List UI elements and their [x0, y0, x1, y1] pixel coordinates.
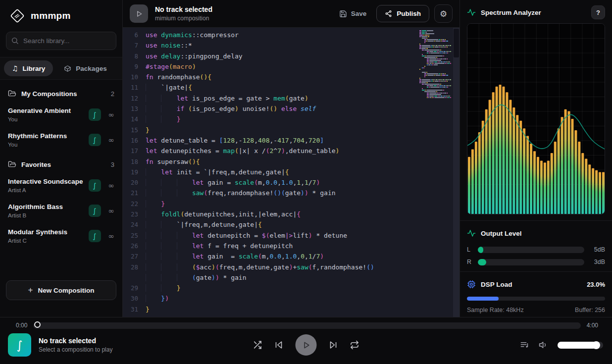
search-input[interactable]: [6, 32, 116, 50]
tab-library[interactable]: ♫Library: [4, 60, 53, 76]
publish-button[interactable]: Publish: [376, 5, 429, 22]
previous-button[interactable]: [274, 340, 284, 350]
code-line[interactable]: 16let detune_table = [128,-128,408,-417,…: [123, 135, 448, 146]
seek-knob[interactable]: [34, 321, 41, 328]
volume-knob[interactable]: [592, 341, 600, 349]
minimap-segment: [446, 61, 447, 62]
code-line[interactable]: 6use dynamics::compressor: [123, 30, 448, 40]
next-button[interactable]: [329, 340, 338, 350]
line-number: 26: [123, 241, 146, 251]
code-line[interactable]: 17let detunepitches = map(|x| x /(2^7),d…: [123, 146, 448, 156]
code-line[interactable]: 8use delay::pingpong_delay: [123, 51, 448, 61]
minimap-segment: [444, 81, 445, 82]
line-number: 32: [123, 314, 146, 317]
save-button[interactable]: Save: [334, 6, 372, 22]
header-play-button[interactable]: [130, 4, 148, 23]
scrollbar-thumb[interactable]: [454, 29, 459, 57]
repeat-button[interactable]: [350, 340, 359, 350]
minimap[interactable]: [419, 30, 452, 99]
output-level-section: Output Level L5dBR3dB: [460, 221, 612, 271]
code-line[interactable]: 32: [123, 314, 448, 317]
line-number: 23: [123, 209, 146, 219]
settings-button[interactable]: ⚙: [434, 4, 453, 23]
help-button[interactable]: ?: [591, 5, 605, 19]
code-line[interactable]: 23 foldl(detunepitches,init,|elem,acc|{: [123, 209, 448, 219]
code-editor[interactable]: 6use dynamics::compressor7use noise::*8u…: [123, 28, 459, 317]
list-item[interactable]: Rhythmic PatternsYou∫∞: [0, 127, 122, 153]
minimap-segment: [442, 39, 444, 40]
indent-guide: [146, 189, 161, 197]
code-line[interactable]: 27 let gain = scale(m,0.0,1.0,0,1/7): [123, 251, 448, 261]
spectrum-bar: [558, 128, 560, 214]
code-line[interactable]: 29 }: [123, 283, 448, 293]
queue-button[interactable]: [520, 340, 529, 350]
line-number: 17: [123, 146, 146, 156]
code-line[interactable]: 12 let is_pos_edge = gate > mem(gate): [123, 93, 448, 104]
minimap-segment: [424, 84, 440, 85]
code-line[interactable]: 14 }: [123, 114, 448, 124]
code-text: }: [146, 125, 448, 135]
tab-packages[interactable]: Packages: [56, 61, 114, 76]
code-line[interactable]: 25 let detunepitch = $(elem|>lift) * det…: [123, 230, 448, 241]
code-text: let detune_table = [128,-128,408,-417,70…: [146, 135, 448, 146]
list-item[interactable]: Generative AmbientYou∫∞: [0, 102, 122, 127]
minimap-segment: [423, 35, 424, 36]
spectrum-bar: [595, 170, 598, 214]
meter-row-l: L5dB: [467, 246, 605, 253]
code-line[interactable]: 31}: [123, 304, 448, 314]
code-line[interactable]: 15}: [123, 125, 448, 135]
dsp-load-value: 23.0%: [587, 281, 605, 288]
minimap-segment: [425, 33, 434, 34]
seek-track[interactable]: [33, 322, 580, 329]
volume-button[interactable]: [539, 340, 548, 350]
section-header: My Compositions2: [0, 82, 122, 102]
minimap-segment: [445, 63, 446, 64]
spectrum-bar: [540, 161, 543, 214]
section-header: Favorites3: [0, 153, 122, 173]
code-line[interactable]: 20 let gain = scale(m,0.0,1.0,1,1/7): [123, 177, 448, 188]
minimap-segment: [446, 79, 448, 80]
list-item[interactable]: Modular SynthesisArtist C∫∞: [0, 223, 122, 249]
list-item[interactable]: Algorithmic BassArtist B∫∞: [0, 198, 122, 223]
minimap-segment: [433, 81, 434, 82]
timeline: 0:00 4:00: [0, 317, 612, 330]
play-button[interactable]: [296, 334, 317, 356]
shuffle-button[interactable]: [253, 340, 262, 350]
minimap-segment: [426, 82, 428, 83]
minimap-segment: [441, 75, 442, 76]
code-line[interactable]: 22 }: [123, 199, 448, 209]
code-line[interactable]: (gate)) * gain: [123, 272, 448, 283]
minimap-segment: [429, 51, 433, 52]
code-line[interactable]: 9#stage(macro): [123, 61, 448, 72]
minimap-segment: [432, 45, 434, 46]
code-line[interactable]: 13 if (is_pos_edge) unoise!() else self: [123, 104, 448, 114]
code-line[interactable]: 18fn supersaw(){: [123, 156, 448, 167]
minimap-segment: [422, 81, 431, 82]
editor-scrollbar[interactable]: [453, 28, 459, 317]
code-line[interactable]: 10fn randomphase(){: [123, 72, 448, 82]
code-line[interactable]: 28 ($acc)(freq,m,detune,gate)+saw(f,rand…: [123, 262, 448, 272]
play-icon: [135, 10, 143, 18]
minimap-segment: [450, 63, 451, 64]
code-line[interactable]: 26 let f = freq + detunepitch: [123, 241, 448, 251]
line-number: 7: [123, 40, 146, 51]
volume-slider[interactable]: [558, 342, 603, 349]
code-area[interactable]: 6use dynamics::compressor7use noise::*8u…: [123, 28, 448, 317]
code-line[interactable]: 24 `|freq,m,detune,gate|{: [123, 219, 448, 230]
minimap-segment: [434, 85, 437, 86]
code-line[interactable]: 21 saw(freq,randomphase!()(gate)) * gain: [123, 188, 448, 198]
minimap-segment: [442, 75, 446, 76]
minimap-segment: [442, 73, 444, 74]
code-line[interactable]: 19 let init = `|freq,m,detune,gate|{: [123, 167, 448, 177]
code-text: }: [146, 304, 448, 314]
code-line[interactable]: 11 `|gate|{: [123, 82, 448, 93]
new-composition-button[interactable]: + New Composition: [6, 280, 116, 300]
minimap-segment: [428, 63, 429, 64]
code-line[interactable]: 7use noise::*: [123, 40, 448, 51]
minimap-segment: [427, 63, 428, 64]
minimap-segment: [430, 52, 440, 53]
code-line[interactable]: 30 }): [123, 293, 448, 304]
line-number: 14: [123, 114, 146, 124]
list-item[interactable]: Interactive SoundscapeArtist A∫∞: [0, 173, 122, 198]
spectrum-bar: [478, 132, 481, 214]
